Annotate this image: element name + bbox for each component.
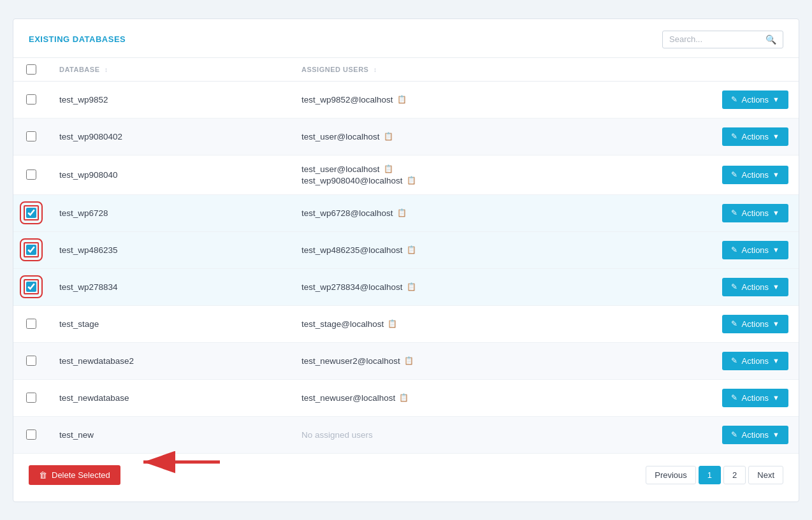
assigned-users-cell: test_stage@localhost📋: [291, 305, 703, 342]
user-entry: test_wp9852@localhost📋: [301, 95, 693, 105]
copy-icon[interactable]: 📋: [404, 356, 414, 365]
copy-icon[interactable]: 📋: [397, 208, 407, 217]
sort-icon[interactable]: ↕: [105, 66, 108, 73]
user-entry: test_newuser@localhost📋: [301, 393, 693, 403]
db-name-cell: test_wp278834: [49, 268, 291, 305]
row-checkbox-cell: [13, 379, 49, 416]
copy-icon[interactable]: 📋: [407, 282, 416, 291]
prev-page-button[interactable]: Previous: [646, 466, 696, 484]
chevron-down-icon: ▼: [772, 96, 779, 103]
table-row: test_wp9852test_wp9852@localhost📋✎Action…: [13, 81, 799, 118]
actions-cell: ✎Actions▼: [703, 305, 799, 342]
actions-button[interactable]: ✎Actions▼: [722, 127, 788, 146]
edit-icon: ✎: [731, 170, 737, 179]
row-checkbox[interactable]: [26, 94, 36, 105]
search-box: 🔍: [662, 31, 783, 48]
actions-button[interactable]: ✎Actions▼: [722, 204, 788, 222]
actions-button[interactable]: ✎Actions▼: [722, 166, 788, 184]
page-1-button[interactable]: 1: [699, 466, 721, 484]
row-checkbox[interactable]: [26, 319, 36, 329]
assigned-users-cell: test_wp6728@localhost📋: [291, 194, 703, 231]
actions-cell: ✎Actions▼: [703, 231, 799, 268]
copy-icon[interactable]: 📋: [384, 132, 393, 141]
db-name-cell: test_wp486235: [49, 231, 291, 268]
actions-button[interactable]: ✎Actions▼: [722, 278, 788, 296]
user-entry: test_newuser2@localhost📋: [301, 356, 693, 366]
next-page-button[interactable]: Next: [748, 466, 783, 484]
table-row: test_wp9080402test_user@localhost📋✎Actio…: [13, 118, 799, 155]
chevron-down-icon: ▼: [772, 171, 779, 178]
row-checkbox-cell: [13, 342, 49, 379]
user-name: test_wp486235@localhost: [301, 245, 403, 255]
db-name-cell: test_wp908040: [49, 155, 291, 194]
pagination: Previous 1 2 Next: [646, 466, 783, 484]
actions-cell: ✎Actions▼: [703, 379, 799, 416]
user-name: test_wp9852@localhost: [301, 95, 393, 105]
search-input[interactable]: [669, 34, 763, 44]
actions-label: Actions: [741, 132, 769, 141]
assigned-users-cell: test_wp9852@localhost📋: [291, 81, 703, 118]
user-entry: test_wp908040@localhost📋: [301, 176, 693, 185]
row-checkbox[interactable]: [26, 170, 36, 180]
user-entry: test_user@localhost📋: [301, 164, 693, 174]
chevron-down-icon: ▼: [772, 209, 779, 217]
user-name: test_newuser2@localhost: [301, 356, 400, 366]
db-name-cell: test_stage: [49, 305, 291, 342]
chevron-down-icon: ▼: [772, 431, 779, 438]
row-checkbox[interactable]: [26, 245, 36, 255]
delete-label: Delete Selected: [52, 470, 110, 480]
row-checkbox[interactable]: [26, 131, 36, 141]
row-checkbox[interactable]: [26, 356, 36, 366]
chevron-down-icon: ▼: [772, 320, 779, 328]
copy-icon[interactable]: 📋: [407, 176, 416, 185]
user-entry: test_user@localhost📋: [301, 132, 693, 141]
table-header-row: DATABASE ↕ ASSIGNED USERS ↕: [13, 58, 799, 82]
edit-icon: ✎: [731, 132, 737, 141]
actions-label: Actions: [741, 208, 769, 218]
actions-button[interactable]: ✎Actions▼: [722, 352, 788, 370]
db-name-cell: test_newdatabase: [49, 379, 291, 416]
user-name: test_stage@localhost: [301, 319, 384, 329]
chevron-down-icon: ▼: [772, 394, 779, 401]
chevron-down-icon: ▼: [772, 246, 779, 254]
user-name: test_wp6728@localhost: [301, 208, 393, 218]
actions-button[interactable]: ✎Actions▼: [722, 389, 788, 407]
delete-selected-button[interactable]: 🗑 Delete Selected: [29, 465, 120, 485]
user-name: test_wp278834@localhost: [301, 282, 403, 292]
actions-button[interactable]: ✎Actions▼: [722, 426, 788, 444]
actions-cell: ✎Actions▼: [703, 268, 799, 305]
assigned-users-cell: test_user@localhost📋test_wp908040@localh…: [291, 155, 703, 194]
actions-cell: ✎Actions▼: [703, 194, 799, 231]
row-checkbox[interactable]: [26, 282, 36, 292]
copy-icon[interactable]: 📋: [407, 245, 416, 254]
edit-icon: ✎: [731, 393, 737, 402]
edit-icon: ✎: [731, 245, 737, 254]
row-checkbox-cell: [13, 231, 49, 268]
col-header-check: [13, 58, 49, 82]
row-checkbox[interactable]: [26, 393, 36, 403]
copy-icon[interactable]: 📋: [399, 393, 409, 402]
user-name: test_user@localhost: [301, 164, 380, 174]
actions-label: Actions: [741, 430, 769, 440]
copy-icon[interactable]: 📋: [384, 164, 393, 173]
main-panel: EXISTING DATABASES 🔍 DATABASE ↕ ASSIGNED…: [13, 18, 799, 502]
row-checkbox[interactable]: [26, 430, 36, 440]
actions-button[interactable]: ✎Actions▼: [722, 241, 788, 259]
user-entry: test_wp278834@localhost📋: [301, 282, 693, 292]
panel-title: EXISTING DATABASES: [29, 34, 126, 44]
user-entry: test_wp6728@localhost📋: [301, 208, 693, 218]
assigned-users-cell: test_user@localhost📋: [291, 118, 703, 155]
sort-icon-users[interactable]: ↕: [373, 66, 377, 73]
search-icon: 🔍: [765, 34, 776, 45]
db-name-cell: test_wp9080402: [49, 118, 291, 155]
actions-button[interactable]: ✎Actions▼: [722, 315, 788, 333]
table-row: test_stagetest_stage@localhost📋✎Actions▼: [13, 305, 799, 342]
actions-button[interactable]: ✎Actions▼: [722, 90, 788, 109]
select-all-checkbox[interactable]: [26, 64, 36, 75]
panel-header: EXISTING DATABASES 🔍: [13, 19, 799, 58]
copy-icon[interactable]: 📋: [397, 95, 407, 104]
actions-label: Actions: [741, 245, 769, 255]
page-2-button[interactable]: 2: [723, 466, 746, 484]
copy-icon[interactable]: 📋: [388, 319, 397, 328]
row-checkbox[interactable]: [26, 208, 36, 218]
